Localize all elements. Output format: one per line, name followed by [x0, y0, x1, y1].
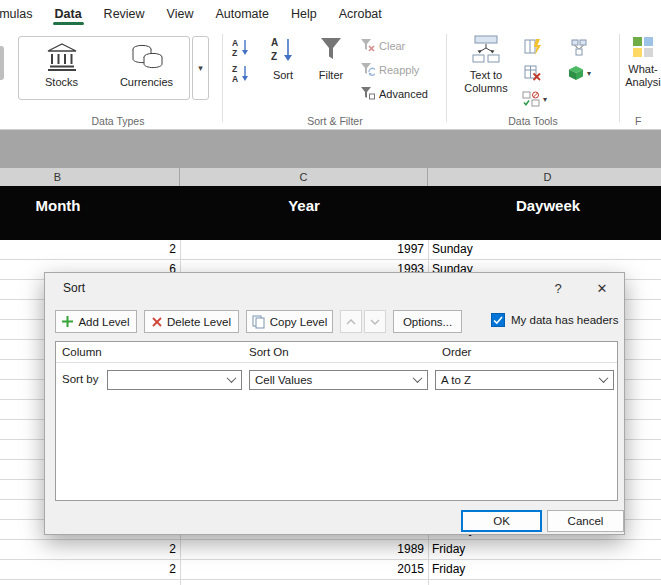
currencies-coins-icon [130, 42, 164, 74]
sort-levels-header: Column Sort On Order [56, 342, 617, 363]
svg-text:Z: Z [271, 51, 277, 62]
stocks-label: Stocks [45, 76, 78, 88]
excel-window: rmulas Data Review View Automate Help Ac… [0, 0, 661, 585]
data-validation-button[interactable]: ▾ [522, 88, 562, 110]
my-data-has-headers-checkbox[interactable]: My data has headers [491, 313, 618, 327]
cell-d[interactable]: Friday [432, 560, 652, 579]
tab-help[interactable]: Help [280, 0, 328, 28]
add-level-button[interactable]: Add Level [55, 310, 137, 333]
close-icon[interactable]: ✕ [580, 273, 624, 303]
partial-ribbon-button[interactable] [0, 46, 4, 80]
table-header-row: Month Year Dayweek [0, 186, 661, 240]
delete-level-label: Delete Level [167, 316, 231, 328]
consolidate-button[interactable] [568, 36, 590, 58]
column-header-c[interactable]: C [180, 168, 428, 186]
advanced-filter-icon [360, 86, 375, 102]
sort-za-icon: Z A [230, 63, 252, 83]
text-to-columns-label-line1: Text to [464, 69, 507, 82]
sort-button[interactable]: A Z Sort [262, 34, 304, 81]
column-header-b[interactable]: B [0, 168, 180, 186]
currencies-button[interactable]: Currencies [104, 37, 189, 99]
dialog-title: Sort [63, 273, 85, 303]
options-button[interactable]: Options... [393, 310, 462, 333]
sort-by-column-dropdown[interactable] [107, 370, 242, 390]
chevron-down-icon [414, 376, 422, 384]
tab-data[interactable]: Data [44, 0, 93, 28]
ribbon: Stocks Currencies ▾ [0, 28, 661, 130]
sheet-row: 21997Sunday [0, 240, 661, 260]
delete-level-button[interactable]: Delete Level [144, 310, 239, 333]
move-up-button[interactable] [340, 310, 362, 333]
header-cell-year[interactable]: Year [180, 186, 428, 240]
sort-a-to-z-button[interactable]: A Z [230, 36, 252, 58]
header-cell-month[interactable]: Month [0, 186, 180, 240]
options-label: Options... [403, 316, 452, 328]
stocks-button[interactable]: Stocks [19, 37, 104, 99]
sort-dialog: Sort ? ✕ Add Level Delete Level Copy Lev… [44, 272, 625, 535]
order-header-label: Order [442, 342, 471, 363]
sort-on-value: Cell Values [255, 374, 312, 386]
plus-icon [62, 316, 73, 327]
order-dropdown[interactable]: A to Z [435, 370, 614, 390]
what-if-analysis-button[interactable]: What- Analysi [625, 36, 661, 89]
filter-button[interactable]: Filter [308, 34, 354, 81]
tab-review[interactable]: Review [93, 0, 156, 28]
reapply-filter-button[interactable]: Reapply [360, 62, 419, 78]
stocks-bank-icon [46, 42, 78, 74]
tab-formulas-partial[interactable]: rmulas [0, 0, 44, 28]
cell-b[interactable] [0, 580, 176, 585]
what-if-label-line2: Analysi [625, 76, 660, 89]
copy-level-button[interactable]: Copy Level [246, 310, 333, 333]
chevron-down-icon [600, 376, 608, 384]
cell-b[interactable]: 2 [0, 540, 176, 559]
text-to-columns-label-line2: Columns [464, 82, 507, 95]
tab-automate[interactable]: Automate [204, 0, 280, 28]
ok-button[interactable]: OK [461, 510, 542, 532]
help-button[interactable]: ? [536, 273, 580, 303]
advanced-filter-button[interactable]: Advanced [360, 86, 428, 102]
cancel-label: Cancel [568, 515, 604, 527]
sort-z-to-a-button[interactable]: Z A [230, 62, 252, 84]
svg-text:A: A [271, 37, 278, 48]
column-header-d[interactable]: D [428, 168, 661, 186]
sort-on-dropdown[interactable]: Cell Values [249, 370, 428, 390]
delete-x-icon [152, 317, 162, 327]
move-down-button[interactable] [364, 310, 386, 333]
data-types-gallery-more-button[interactable]: ▾ [192, 36, 209, 100]
ribbon-separator [222, 34, 223, 122]
cell-c[interactable]: 1989 [180, 540, 424, 559]
cell-d[interactable]: Friday [432, 540, 652, 559]
cell-d[interactable] [432, 580, 652, 585]
cell-b[interactable]: 2 [0, 240, 176, 259]
flash-fill-button[interactable] [522, 36, 544, 58]
currencies-label: Currencies [120, 76, 173, 88]
group-data-tools: Text to Columns [448, 28, 618, 130]
data-model-cube-icon [568, 65, 584, 81]
tab-acrobat[interactable]: Acrobat [328, 0, 393, 28]
text-to-columns-icon [471, 34, 501, 66]
ok-label: OK [493, 515, 510, 527]
tab-view[interactable]: View [156, 0, 205, 28]
data-types-group-label: Data Types [14, 115, 222, 127]
remove-duplicates-button[interactable] [522, 62, 544, 84]
cell-c[interactable]: 1997 [180, 240, 424, 259]
clear-filter-button[interactable]: Clear [360, 38, 405, 54]
header-cell-dayweek[interactable]: Dayweek [428, 186, 661, 240]
text-to-columns-button[interactable]: Text to Columns [454, 34, 518, 95]
data-types-gallery: Stocks Currencies [18, 36, 190, 100]
clear-label: Clear [379, 40, 405, 52]
cell-d[interactable]: Sunday [432, 240, 652, 259]
what-if-label-line1: What- [625, 63, 660, 76]
cell-c[interactable] [180, 580, 424, 585]
data-model-button[interactable]: ▾ [568, 62, 608, 84]
checkbox-checked-icon[interactable] [491, 313, 505, 327]
group-forecast-partial: What- Analysi F [621, 28, 661, 130]
chevron-down-icon: ▾ [543, 95, 547, 104]
remove-duplicates-icon [524, 64, 542, 82]
cell-b[interactable]: 2 [0, 560, 176, 579]
copy-level-label: Copy Level [270, 316, 328, 328]
cancel-button[interactable]: Cancel [547, 510, 624, 532]
cell-c[interactable]: 2015 [180, 560, 424, 579]
chevron-down-icon: ▾ [587, 69, 591, 78]
sort-label: Sort [273, 69, 293, 81]
